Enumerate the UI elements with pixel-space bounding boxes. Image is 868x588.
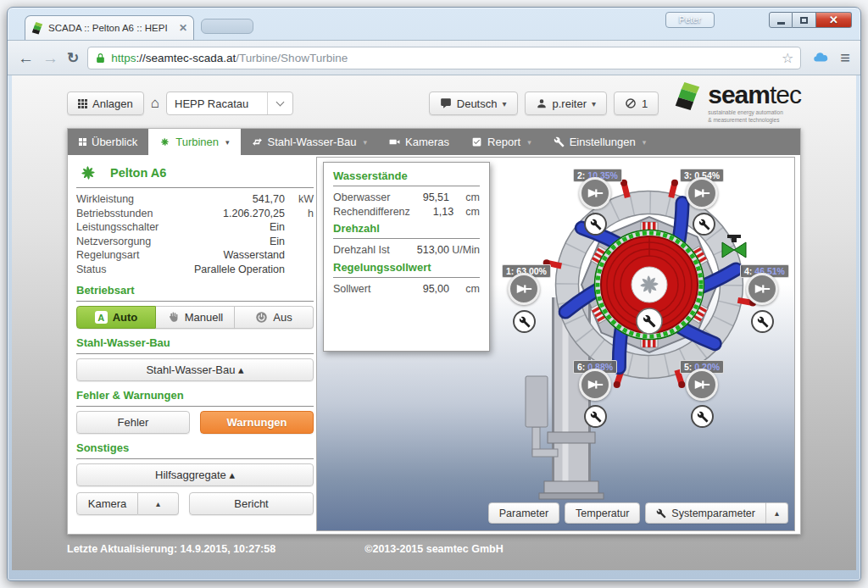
turbine-diagram: Wasserstände Oberwasser95,51cm Rechendif…	[316, 157, 795, 531]
row-label: Betriebsstunden	[76, 207, 175, 221]
nozzle-icon	[586, 375, 604, 394]
row-label: Regelungsart	[76, 248, 175, 263]
stahl-wasser-bau-button[interactable]: Stahl-Wasser-Bau ▴	[76, 358, 314, 381]
systemparameter-caret-button[interactable]: ▴	[766, 502, 788, 524]
nozzle-3-button[interactable]	[686, 177, 718, 209]
anlagen-button[interactable]: Anlagen	[67, 92, 144, 115]
back-button[interactable]: ←	[18, 50, 34, 66]
browser-tab[interactable]: SCADA :: Pelton A6 :: HEPI ✕	[25, 15, 194, 40]
temperatur-button[interactable]: Temperatur	[565, 502, 640, 524]
reload-button[interactable]: ↻	[67, 51, 79, 65]
wrench-icon	[757, 316, 769, 328]
nozzle-4-wrench-button[interactable]	[751, 310, 774, 333]
nozzle-1-button[interactable]	[508, 273, 540, 305]
person-icon	[536, 97, 548, 109]
tab-report[interactable]: Report ▾	[460, 129, 542, 155]
measure-row: Sollwert95,00cm	[333, 282, 480, 297]
aus-button[interactable]: Aus	[235, 306, 314, 329]
browser-menu-icon[interactable]: ≡	[840, 49, 850, 66]
user-label: p.reiter	[553, 97, 587, 110]
systemparameter-button[interactable]: Systemparameter	[645, 502, 766, 524]
fehler-warnungen-heading: Fehler & Warnungen	[76, 389, 314, 405]
tab-label: Turbinen	[175, 136, 219, 148]
nozzle-2-button[interactable]	[579, 177, 611, 209]
row-label: Oberwasser	[333, 191, 398, 205]
nozzle-1-wrench-button[interactable]	[513, 310, 536, 333]
row-unit	[285, 248, 314, 263]
warnungen-button[interactable]: Warnungen	[200, 411, 314, 434]
status-row: Betriebsstunden1.206.270,25h	[76, 207, 314, 221]
row-value: 1.206.270,25	[175, 207, 285, 221]
caret-down-icon: ▾	[592, 99, 596, 108]
row-label: Status	[76, 263, 175, 277]
status-row: StatusParallele Operation	[76, 263, 314, 277]
divider	[333, 238, 480, 239]
fehler-button[interactable]: Fehler	[76, 411, 190, 434]
home-icon[interactable]: ⌂	[151, 95, 159, 112]
aus-label: Aus	[273, 311, 292, 324]
kamera-button[interactable]: Kamera	[76, 492, 138, 515]
session-count-button[interactable]: 1	[614, 92, 659, 115]
sonstiges-heading: Sonstiges	[76, 441, 314, 458]
tab-stahl-wasser-bau[interactable]: Stahl-Wasser-Bau ▾	[241, 129, 379, 155]
nozzle-6-wrench-button[interactable]	[584, 405, 607, 428]
parameter-button[interactable]: Parameter	[488, 502, 559, 524]
user-button[interactable]: p.reiter ▾	[525, 92, 608, 115]
row-value: Wasserstand	[175, 248, 285, 263]
maximize-icon	[800, 17, 808, 24]
status-row: RegelungsartWasserstand	[76, 248, 314, 263]
url-bar[interactable]: https://seamtec-scada.at/Turbine/ShowTur…	[87, 47, 801, 69]
bookmark-star-icon[interactable]: ☆	[782, 50, 793, 66]
nozzle-icon	[586, 184, 604, 202]
turbine-runner-icon	[159, 136, 170, 147]
nozzle-icon	[515, 280, 533, 298]
window-controls: ✕	[769, 12, 852, 28]
browser-profile-badge[interactable]: Peter	[665, 12, 715, 28]
systemparameter-label: Systemparameter	[671, 508, 755, 519]
row-label: Wirkleistung	[76, 192, 175, 207]
kamera-caret-button[interactable]: ▴	[138, 492, 179, 515]
tab-title: SCADA :: Pelton A6 :: HEPI	[48, 23, 174, 33]
cloud-extension-icon[interactable]	[810, 49, 832, 66]
status-row: NetzversorgungEin	[76, 235, 314, 249]
window-maximize-button[interactable]	[793, 12, 816, 28]
row-label: Rechendifferenz	[333, 205, 410, 219]
nozzle-3-wrench-button[interactable]	[693, 213, 715, 236]
row-label: Netzversorgung	[76, 235, 175, 249]
grid-icon	[78, 99, 87, 108]
hilfsaggregate-button[interactable]: Hilfsaggregate ▴	[76, 463, 314, 486]
scada-page: Anlagen ⌂ HEPP Racatau Deutsch ▾	[12, 75, 856, 570]
nozzle-6-button[interactable]	[579, 369, 611, 401]
tab-einstellungen[interactable]: Einstellungen ▾	[542, 129, 658, 155]
wrench-icon	[697, 411, 709, 423]
auto-button[interactable]: A Auto	[76, 306, 156, 329]
manuell-button[interactable]: Manuell	[156, 306, 235, 329]
window-minimize-button[interactable]	[769, 12, 793, 28]
tab-ueberblick[interactable]: Überblick	[68, 129, 148, 155]
row-unit: U/Min	[449, 243, 480, 258]
wrench-icon	[698, 219, 710, 230]
tab-turbinen[interactable]: Turbinen ▾	[148, 129, 240, 155]
tab-kameras[interactable]: Kameras	[378, 129, 460, 155]
url-scheme: https	[111, 52, 136, 64]
drehzahl-heading: Drehzahl	[333, 222, 480, 237]
power-icon	[255, 311, 268, 324]
bericht-button[interactable]: Bericht	[189, 492, 314, 515]
nozzle-5-wrench-button[interactable]	[691, 405, 714, 428]
row-unit: cm	[453, 205, 480, 219]
divider	[76, 458, 314, 459]
tab-close-icon[interactable]: ✕	[179, 22, 187, 34]
language-button[interactable]: Deutsch ▾	[429, 92, 518, 115]
seamtec-logo: seamtec sustainable energy automation & …	[674, 82, 801, 125]
plant-selector-caret[interactable]	[267, 92, 292, 114]
new-tab-button[interactable]	[201, 19, 253, 34]
nozzle-4-button[interactable]	[746, 273, 778, 305]
minimize-icon	[777, 22, 785, 25]
plant-selector[interactable]: HEPP Racatau	[166, 92, 293, 115]
nozzle-5-button[interactable]	[686, 369, 718, 401]
forward-button[interactable]: →	[42, 50, 58, 66]
row-label: Drehzahl Ist	[333, 243, 398, 258]
nozzle-2-wrench-button[interactable]	[584, 213, 607, 236]
row-unit: cm	[449, 282, 480, 297]
window-close-button[interactable]: ✕	[816, 12, 852, 28]
